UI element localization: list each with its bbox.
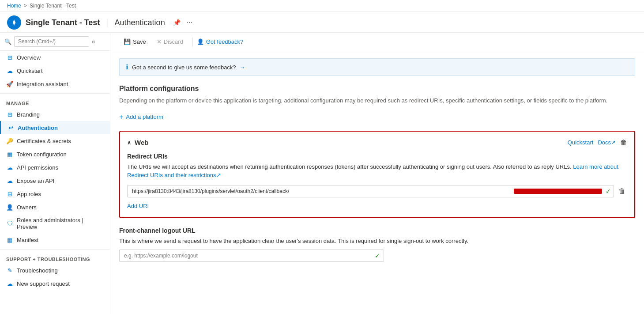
sidebar-item-label: Manifest — [17, 237, 38, 243]
add-uri-button[interactable]: Add URI — [127, 202, 149, 210]
uri-input-wrapper: ✓ — [127, 185, 614, 197]
svg-point-1 — [13, 21, 15, 24]
sidebar-item-new-support[interactable]: ☁ New support request — [0, 277, 110, 290]
sidebar-item-api-permissions[interactable]: ☁ API permissions — [0, 161, 110, 174]
header-section: Authentication — [115, 18, 165, 27]
sidebar-item-label: Expose an API — [17, 178, 54, 184]
breadcrumb-current: Single Tenant - Test — [30, 3, 76, 9]
front-channel-desc: This is where we send a request to have … — [119, 237, 635, 246]
sidebar-item-label: Quickstart — [17, 68, 43, 74]
sidebar-item-expose-api[interactable]: ☁ Expose an API — [0, 174, 110, 187]
certs-icon: 🔑 — [6, 137, 13, 144]
auth-icon: ↩ — [7, 124, 14, 131]
sidebar-item-branding[interactable]: ⊞ Branding — [0, 108, 110, 121]
logout-input-wrapper: ✓ — [119, 250, 384, 262]
search-icon: 🔍 — [4, 38, 11, 45]
sidebar-item-overview[interactable]: ⊞ Overview — [0, 51, 110, 64]
sidebar-item-label: Overview — [17, 54, 41, 61]
sidebar-item-label: Authentication — [18, 125, 58, 131]
toolbar-separator — [192, 38, 192, 46]
web-card-header: ∧ Web Quickstart Docs↗ 🗑 — [127, 139, 627, 147]
sidebar-item-quickstart[interactable]: ☁ Quickstart — [0, 64, 110, 77]
sidebar-item-label: App roles — [17, 191, 41, 197]
branding-icon: ⊞ — [6, 111, 13, 118]
discard-button[interactable]: ✕ Discard — [152, 36, 188, 47]
toolbar: 💾 Save ✕ Discard 👤 Got feedback? — [110, 33, 644, 51]
sidebar-item-app-roles[interactable]: ⊞ App roles — [0, 187, 110, 201]
web-card-title: ∧ Web — [127, 139, 148, 146]
pin-icon[interactable]: 📌 — [173, 19, 181, 26]
save-button[interactable]: 💾 Save — [119, 36, 151, 47]
collapse-icon[interactable]: « — [92, 38, 95, 45]
feedback-banner-text: Got a second to give us some feedback? — [132, 64, 236, 71]
add-platform-plus-icon: + — [119, 113, 123, 121]
sidebar-item-owners[interactable]: 👤 Owners — [0, 201, 110, 214]
web-card-actions: Quickstart Docs↗ 🗑 — [568, 139, 627, 147]
discard-icon: ✕ — [157, 38, 162, 45]
sidebar-item-authentication[interactable]: ↩ Authentication — [0, 121, 110, 134]
sidebar-item-token[interactable]: ▦ Token configuration — [0, 148, 110, 161]
support-section-label: Support + Troubleshooting — [0, 252, 110, 264]
feedback-person-icon: 👤 — [197, 38, 204, 45]
uri-check-icon: ✓ — [603, 188, 614, 195]
more-icon[interactable]: ··· — [187, 19, 192, 26]
feedback-banner-link[interactable]: → — [240, 64, 245, 71]
web-quickstart-link[interactable]: Quickstart — [568, 139, 594, 146]
feedback-label: Got feedback? — [206, 38, 244, 45]
expose-icon: ☁ — [6, 177, 13, 184]
owners-icon: 👤 — [6, 204, 13, 211]
header-pipe: | — [106, 18, 108, 28]
sidebar-item-roles-admins[interactable]: 🛡 Roles and administrators | Preview — [0, 214, 110, 233]
support-icon: ☁ — [6, 280, 13, 287]
info-icon: ℹ — [126, 63, 128, 71]
sidebar: 🔍 « ⊞ Overview ☁ Quickstart 🚀 Integratio… — [0, 33, 110, 314]
add-platform-button[interactable]: + Add a platform — [119, 111, 163, 123]
sidebar-item-integration[interactable]: 🚀 Integration assistant — [0, 77, 110, 91]
uri-delete-button[interactable]: 🗑 — [617, 185, 627, 197]
overview-icon: ⊞ — [6, 54, 13, 61]
manifest-icon: ▦ — [6, 236, 13, 243]
roles-icon: 🛡 — [6, 220, 13, 227]
web-title-text: Web — [135, 139, 148, 146]
web-card: ∧ Web Quickstart Docs↗ 🗑 Redirect URIs T… — [119, 131, 635, 218]
feedback-banner: ℹ Got a second to give us some feedback?… — [119, 58, 635, 76]
platform-configs-desc: Depending on the platform or device this… — [119, 96, 635, 105]
uri-input[interactable] — [128, 185, 513, 197]
sidebar-item-label: Troubleshooting — [17, 267, 58, 274]
sidebar-item-label: API permissions — [17, 164, 58, 171]
web-card-delete-button[interactable]: 🗑 — [620, 139, 627, 147]
logout-url-input[interactable] — [120, 250, 371, 261]
troubleshooting-icon: ✎ — [6, 267, 13, 274]
web-docs-link[interactable]: Docs↗ — [598, 139, 616, 146]
integration-icon: 🚀 — [6, 80, 13, 87]
sidebar-item-label: Owners — [17, 204, 37, 211]
sidebar-item-troubleshooting[interactable]: ✎ Troubleshooting — [0, 264, 110, 277]
sidebar-item-label: Certificates & secrets — [17, 138, 71, 144]
app-name: Single Tenant - Test — [26, 18, 100, 27]
approles-icon: ⊞ — [6, 190, 13, 197]
redirect-uris-title: Redirect URIs — [127, 153, 627, 160]
discard-label: Discard — [164, 38, 183, 45]
sidebar-item-certs[interactable]: 🔑 Certificates & secrets — [0, 134, 110, 148]
manage-section-label: Manage — [0, 96, 110, 108]
web-collapse-icon[interactable]: ∧ — [127, 140, 131, 146]
logout-check-icon: ✓ — [371, 252, 384, 259]
redacted-bar — [514, 189, 602, 194]
platform-configs-title: Platform configurations — [119, 85, 635, 93]
save-icon: 💾 — [124, 38, 131, 45]
feedback-button[interactable]: 👤 Got feedback? — [197, 38, 244, 45]
redirect-uris-desc: The URIs we will accept as destinations … — [127, 163, 627, 180]
search-input[interactable] — [14, 36, 89, 47]
sidebar-search-area: 🔍 « — [0, 33, 110, 51]
sidebar-item-label: Integration assistant — [17, 81, 68, 87]
api-icon: ☁ — [6, 164, 13, 171]
quickstart-icon: ☁ — [6, 67, 13, 74]
sidebar-item-label: Roles and administrators | Preview — [17, 217, 104, 230]
front-channel-section: Front-channel logout URL This is where w… — [119, 227, 635, 262]
breadcrumb-home[interactable]: Home — [7, 3, 21, 9]
token-icon: ▦ — [6, 151, 13, 158]
add-uri-label: Add URI — [127, 203, 149, 209]
sidebar-item-label: Token configuration — [17, 151, 67, 158]
sidebar-item-manifest[interactable]: ▦ Manifest — [0, 233, 110, 246]
app-icon — [7, 15, 21, 30]
